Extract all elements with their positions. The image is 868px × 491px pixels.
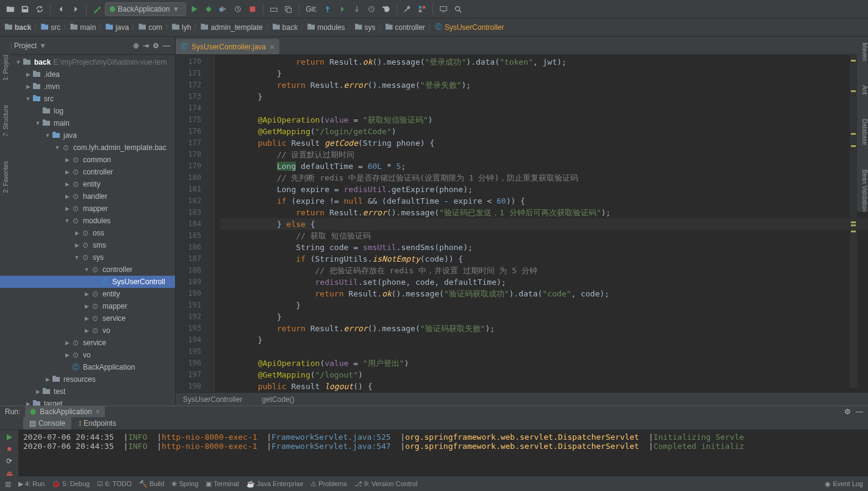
bc-modules[interactable]: modules xyxy=(307,23,345,32)
tree-item[interactable]: ▶⊙entity xyxy=(0,288,175,300)
git-history-icon[interactable] xyxy=(365,2,378,16)
sb-todo[interactable]: ☑ 6: TODO xyxy=(97,480,132,488)
sb-spring[interactable]: ❀ Spring xyxy=(171,480,198,488)
editor-body[interactable]: 170 171 172 173 174 175 176 177 178 179 … xyxy=(176,55,868,392)
sb-build[interactable]: 🔨 Build xyxy=(139,480,165,488)
close-icon[interactable]: × xyxy=(270,42,274,52)
git-update-icon[interactable] xyxy=(321,2,334,16)
sb-eventlog[interactable]: ◉ Event Log xyxy=(825,480,863,488)
hide-icon[interactable]: — xyxy=(856,407,863,416)
stack-icon[interactable] xyxy=(282,2,295,16)
database-tool-label[interactable]: Database xyxy=(857,119,868,145)
sb-terminal[interactable]: ▣ Terminal xyxy=(206,480,239,488)
run-config-select[interactable]: ⬢ BackApplication ▼ xyxy=(105,2,186,16)
tree-item[interactable]: ▼src xyxy=(0,93,175,105)
maven-tool-label[interactable]: Maven xyxy=(857,43,868,61)
tree-item[interactable]: ▶⊙vo xyxy=(0,349,175,361)
debug-icon[interactable] xyxy=(202,2,215,16)
bc-sys[interactable]: sys xyxy=(355,23,376,32)
crumb-class[interactable]: SysUserController xyxy=(183,395,242,404)
endpoints-tab[interactable]: ⟟Endpoints xyxy=(73,417,122,429)
tree-item[interactable]: ▼⊙com.lyh.admin_template.bac xyxy=(0,142,175,154)
rerun-icon[interactable]: ▶ xyxy=(7,432,12,441)
tree-item[interactable]: ▶⊙controller xyxy=(0,166,175,178)
structure-icon[interactable] xyxy=(415,2,429,16)
sb-problems[interactable]: ⚠ Problems xyxy=(310,480,347,488)
bc-admin[interactable]: admin_template xyxy=(201,23,262,32)
tree-item[interactable]: ⒸBackApplication xyxy=(0,361,175,373)
bc-java[interactable]: java xyxy=(106,23,129,32)
sync-icon[interactable] xyxy=(33,2,46,16)
sb-tool[interactable]: ▥ xyxy=(5,480,11,488)
tree-item[interactable]: ▼⊙modules xyxy=(0,215,175,227)
editor-tab[interactable]: Ⓒ SysUserController.java × xyxy=(176,39,279,54)
sb-debug[interactable]: 🐞 5: Debug xyxy=(52,480,90,488)
hammer-icon[interactable] xyxy=(90,2,104,16)
stop-icon[interactable] xyxy=(246,2,259,16)
bc-com[interactable]: com xyxy=(138,23,162,32)
ant-tool-label[interactable]: Ant xyxy=(857,85,868,95)
tree-item[interactable]: ▶⊙oss xyxy=(0,227,175,239)
bc-back2[interactable]: back xyxy=(273,23,298,32)
project-title[interactable]: Project xyxy=(14,41,37,50)
tree-item[interactable]: ▶⊙handler xyxy=(0,190,175,202)
tree-item[interactable]: ▶⊙entity xyxy=(0,178,175,190)
stop-icon[interactable]: ■ xyxy=(7,445,11,453)
tree-item[interactable]: ▼back E:\myProject\myGit\admin-vue-tem xyxy=(0,56,175,68)
forward-icon[interactable] xyxy=(69,2,82,16)
hide-icon[interactable]: — xyxy=(163,41,170,50)
tree-item[interactable]: ▶⊙common xyxy=(0,154,175,166)
bc-back[interactable]: back xyxy=(5,23,31,32)
tree-item[interactable]: ▶target xyxy=(0,398,175,406)
structure-tool-label[interactable]: 7: Structure xyxy=(2,105,9,137)
bc-controller[interactable]: controller xyxy=(386,23,425,32)
bc-main[interactable]: main xyxy=(70,23,96,32)
profile-icon[interactable] xyxy=(231,2,245,16)
tree-item[interactable]: log xyxy=(0,105,175,117)
tree-item[interactable]: ▼main xyxy=(0,117,175,129)
exit-icon[interactable]: ⏏ xyxy=(6,469,13,478)
console-output[interactable]: 2020-07-06 20:44:35 |INFO |http-nio-8000… xyxy=(18,430,868,478)
tree-item[interactable]: ▶⊙service xyxy=(0,312,175,324)
bc-src[interactable]: src xyxy=(41,23,60,32)
run-tab[interactable]: ⬢ BackApplication × xyxy=(25,406,104,417)
run-icon[interactable] xyxy=(187,2,201,16)
open-icon[interactable] xyxy=(4,2,17,16)
search-icon[interactable] xyxy=(451,2,465,16)
restart-icon[interactable]: ⟳ xyxy=(6,457,12,465)
console-tab[interactable]: ▤Console xyxy=(23,417,71,429)
sb-je[interactable]: ☕ Java Enterprise xyxy=(246,480,304,488)
attach-icon[interactable] xyxy=(267,2,281,16)
tree-item[interactable]: ▶⊙mapper xyxy=(0,300,175,312)
save-icon[interactable] xyxy=(18,2,32,16)
tree-item[interactable]: ▶⊙vo xyxy=(0,324,175,337)
tree-item[interactable]: ▶test xyxy=(0,385,175,398)
tree-item[interactable]: ▼⊙sys xyxy=(0,251,175,263)
wrench-icon[interactable] xyxy=(401,2,414,16)
git-rollback-icon[interactable] xyxy=(379,2,393,16)
tree-item[interactable]: ▶resources xyxy=(0,373,175,385)
tree-item[interactable]: ⒸSysUserControll xyxy=(0,276,175,288)
favorites-tool-label[interactable]: 2: Favorites xyxy=(2,161,9,193)
bc-lyh[interactable]: lyh xyxy=(172,23,191,32)
tree-item[interactable]: ▶⊙sms xyxy=(0,239,175,251)
gear-icon[interactable]: ⚙ xyxy=(152,41,159,50)
tree-item[interactable]: ▶⊙service xyxy=(0,337,175,349)
code-area[interactable]: return Result.ok().message("登录成功").data(… xyxy=(215,55,868,392)
tree-item[interactable]: ▼java xyxy=(0,129,175,142)
git-commit-icon[interactable] xyxy=(335,2,349,16)
beanvalid-tool-label[interactable]: Bean Validation xyxy=(857,170,868,212)
sb-run[interactable]: ▶ 4: Run xyxy=(18,480,45,488)
collapse-icon[interactable]: ⇥ xyxy=(143,41,149,50)
project-tree[interactable]: ▼back E:\myProject\myGit\admin-vue-tem▶.… xyxy=(0,55,175,406)
gear-icon[interactable]: ⚙ xyxy=(844,407,851,416)
project-tool-label[interactable]: 1: Project xyxy=(2,55,9,81)
target-icon[interactable]: ⊕ xyxy=(133,41,139,50)
tree-item[interactable]: ▶.mvn xyxy=(0,81,175,93)
back-icon[interactable] xyxy=(54,2,68,16)
tree-item[interactable]: ▶.idea xyxy=(0,68,175,81)
close-icon[interactable]: × xyxy=(96,407,100,416)
sb-vcs[interactable]: ⎇ 9: Version Control xyxy=(354,480,418,488)
avd-icon[interactable] xyxy=(437,2,450,16)
tree-item[interactable]: ▼⊙controller xyxy=(0,263,175,276)
